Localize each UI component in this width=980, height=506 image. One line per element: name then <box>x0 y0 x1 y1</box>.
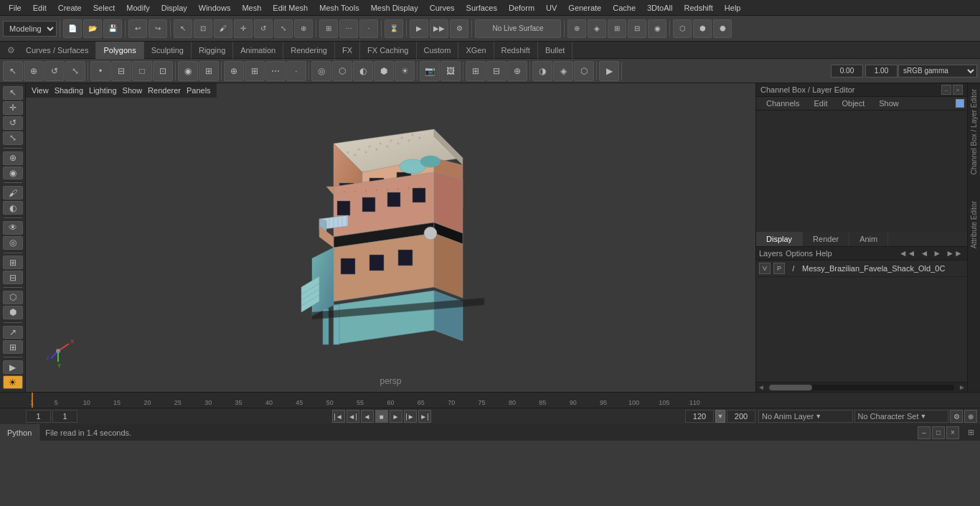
wireframe-btn[interactable]: ⬡ <box>332 61 352 81</box>
color-space-select[interactable]: sRGB gamma <box>898 65 977 78</box>
menu-mesh-display[interactable]: Mesh Display <box>365 2 424 14</box>
tb-extra5[interactable]: ◉ <box>648 19 666 38</box>
menu-redshift[interactable]: Redshift <box>678 2 718 14</box>
edit-tab[interactable]: Edit <box>806 97 834 110</box>
scroll-right-btn[interactable]: ► <box>957 383 967 393</box>
isolate-btn[interactable]: ◎ <box>311 61 331 81</box>
tab-fx-caching[interactable]: FX Caching <box>360 42 416 59</box>
smooth-btn[interactable]: ◐ <box>353 61 373 81</box>
tb-extra7[interactable]: ⬢ <box>693 19 712 38</box>
tab-settings-btn[interactable]: ⚙ <box>3 42 19 58</box>
lattice-lt-btn[interactable]: ⬢ <box>3 306 23 319</box>
menu-3dtool[interactable]: 3DtoAll <box>641 2 678 14</box>
tab-fx[interactable]: FX <box>335 42 360 59</box>
menu-curves[interactable]: Curves <box>424 2 461 14</box>
rotation-x-field[interactable] <box>831 65 863 78</box>
menu-display[interactable]: Display <box>156 2 193 14</box>
edge-mode-btn[interactable]: ⊟ <box>111 61 131 81</box>
tab-curves-surfaces[interactable]: Curves / Surfaces <box>19 42 96 59</box>
anim-layer-selector[interactable]: No Anim Layer ▼ <box>758 410 853 423</box>
layer-add-btn[interactable]: ►► <box>944 248 964 258</box>
step-fwd-btn[interactable]: |► <box>404 410 417 423</box>
poly-count-btn[interactable]: ⊞ <box>466 61 486 81</box>
viewport-menu-show[interactable]: Show <box>123 86 143 95</box>
snap-grid-btn[interactable]: ⊞ <box>319 19 338 38</box>
menu-cache[interactable]: Cache <box>607 2 641 14</box>
render-tab[interactable]: Render <box>803 232 849 246</box>
tb-extra2[interactable]: ◈ <box>588 19 606 38</box>
tab-sculpting[interactable]: Sculpting <box>144 42 192 59</box>
move-lt-btn[interactable]: ✛ <box>3 101 23 115</box>
snap2-lt-btn[interactable]: ⊟ <box>3 271 23 284</box>
jump-end-btn[interactable]: ►| <box>418 410 431 423</box>
menu-help[interactable]: Help <box>719 2 747 14</box>
vertex-mode-btn[interactable]: • <box>90 61 110 81</box>
undo-btn[interactable]: ↩ <box>128 19 147 38</box>
menu-file[interactable]: File <box>3 2 27 14</box>
playback-start-field[interactable] <box>52 410 77 423</box>
tb-extra4[interactable]: ⊟ <box>628 19 646 38</box>
rotate-tool-btn[interactable]: ↺ <box>254 19 273 38</box>
sculpt-lt-btn[interactable]: ◐ <box>3 201 23 215</box>
snap-point-btn[interactable]: · <box>359 19 378 38</box>
channel-box-minimize-btn[interactable]: – <box>941 85 951 95</box>
menu-deform[interactable]: Deform <box>503 2 540 14</box>
image-plane-btn[interactable]: 🖼 <box>440 61 461 81</box>
symmetry-btn[interactable]: ⊞ <box>199 61 219 81</box>
menu-surfaces[interactable]: Surfaces <box>461 2 503 14</box>
tab-rendering[interactable]: Rendering <box>283 42 335 59</box>
snap-grid2-btn[interactable]: ⊞ <box>245 61 265 81</box>
shading-mode3[interactable]: ⬡ <box>574 61 594 81</box>
attribute-editor-vtab[interactable]: Attribute Editor <box>969 195 979 254</box>
rotate-mode-btn[interactable]: ↺ <box>44 61 65 81</box>
show-tab[interactable]: Show <box>872 97 906 110</box>
channels-tab[interactable]: Channels <box>759 97 806 110</box>
texture-btn[interactable]: ⬢ <box>374 61 394 81</box>
manip-lt-btn[interactable]: ↗ <box>3 326 23 339</box>
channel-box-layer-editor-vtab[interactable]: Channel Box / Layer Editor <box>969 83 979 181</box>
viewport-menu-panels[interactable]: Panels <box>187 86 211 95</box>
open-scene-btn[interactable]: 📂 <box>83 19 102 38</box>
tb-extra8[interactable]: ⬣ <box>713 19 732 38</box>
play-fwd-btn[interactable]: ► <box>390 410 402 423</box>
channel-box-close-btn[interactable]: × <box>953 85 963 95</box>
layer-prev-btn[interactable]: ◄ <box>918 248 930 258</box>
color-indicator[interactable] <box>956 99 964 108</box>
axis-btn[interactable]: ⊕ <box>507 61 527 81</box>
select-lt-btn[interactable]: ↖ <box>3 86 23 100</box>
tb-extra6[interactable]: ⬡ <box>673 19 692 38</box>
snap-live-btn[interactable]: ⊕ <box>224 61 244 81</box>
show-lt-btn[interactable]: 👁 <box>3 221 23 235</box>
render-current-btn[interactable]: ▶ <box>410 19 428 38</box>
grid-btn[interactable]: ⊟ <box>486 61 507 81</box>
menu-modify[interactable]: Modify <box>121 2 155 14</box>
jump-start-btn[interactable]: |◄ <box>332 410 345 423</box>
viewport-menu-view[interactable]: View <box>32 86 49 95</box>
script-maximize-btn[interactable]: □ <box>932 426 945 439</box>
render-seq-btn[interactable]: ▶▶ <box>430 19 448 38</box>
help-link[interactable]: Help <box>816 249 832 258</box>
layers-link[interactable]: Layers <box>759 249 783 258</box>
snap-point2-btn[interactable]: · <box>286 61 306 81</box>
viewport-menu-shading[interactable]: Shading <box>55 86 83 95</box>
render-settings-btn[interactable]: ⚙ <box>450 19 468 38</box>
menu-edit-mesh[interactable]: Edit Mesh <box>267 2 314 14</box>
cluster-lt-btn[interactable]: ⬡ <box>3 291 23 304</box>
tab-polygons[interactable]: Polygons <box>96 42 143 59</box>
hide-lt-btn[interactable]: ◎ <box>3 236 23 250</box>
time-ruler[interactable]: 1510152025303540455055606570758085909510… <box>26 393 755 408</box>
python-tab[interactable]: Python <box>0 424 39 441</box>
soft-lt-btn[interactable]: ◉ <box>3 167 23 180</box>
viewport-menu-renderer[interactable]: Renderer <box>148 86 181 95</box>
workspace-dropdown[interactable]: Modeling <box>3 21 57 37</box>
playback-end-field[interactable] <box>685 410 714 423</box>
light-btn[interactable]: ☀ <box>395 61 415 81</box>
script-minimize-btn[interactable]: – <box>918 426 930 439</box>
script-close-btn[interactable]: × <box>946 426 959 439</box>
loop-indicator[interactable]: ▼ <box>715 410 725 423</box>
select-mode-btn[interactable]: ↖ <box>3 61 23 81</box>
char-set-selector[interactable]: No Character Set ▼ <box>854 410 949 423</box>
move-tool-btn[interactable]: ✛ <box>234 19 253 38</box>
camera-btn[interactable]: 📷 <box>420 61 440 81</box>
menu-generate[interactable]: Generate <box>562 2 607 14</box>
